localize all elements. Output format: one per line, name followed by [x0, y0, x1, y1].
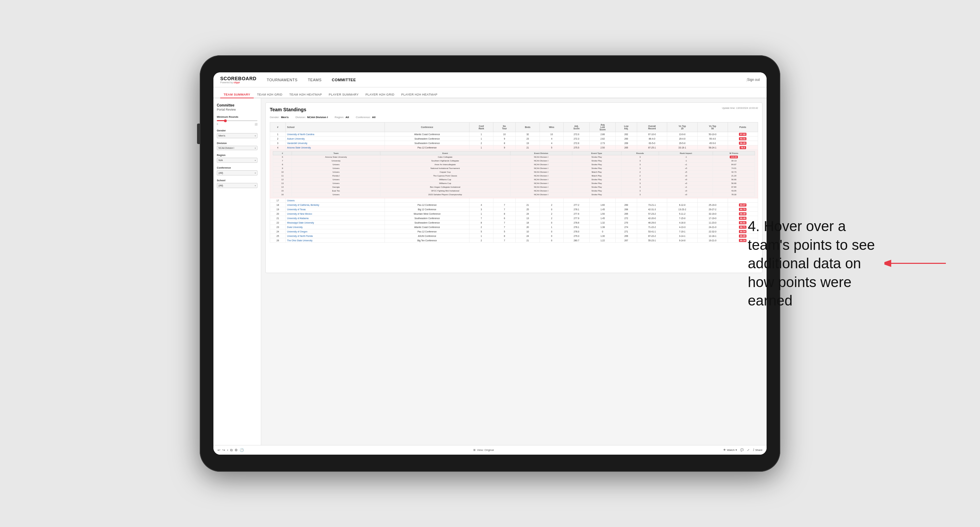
cell-conference: Southeastern Conference — [385, 137, 469, 141]
filter-region[interactable]: N/A — [217, 158, 258, 163]
cell-points[interactable]: 90.20 — [728, 141, 758, 145]
cell-low-adj — [616, 198, 637, 203]
cell-vs50: 45-5-0 — [697, 141, 728, 145]
redo-icon[interactable]: ↪ — [222, 448, 225, 452]
cell-tours: 9 — [493, 137, 515, 141]
settings-icon[interactable]: ⚙ — [235, 448, 238, 452]
cell-rank: 4 — [270, 145, 286, 150]
tab-team-h2h-heatmap[interactable]: TEAM H2H HEATMAP — [286, 92, 325, 98]
watch-label[interactable]: Watch ▾ — [727, 449, 737, 452]
filter-school[interactable]: (All) — [217, 183, 258, 188]
cell-conference — [385, 198, 469, 203]
filter-chip-division: Division: NCAA Division I — [295, 116, 328, 119]
cell-bnds: 21 — [515, 145, 540, 150]
table-row: 2 Auburn University Southeastern Confere… — [270, 137, 758, 141]
report-title: Team Standings — [270, 107, 306, 112]
cell-conference: Southeastern Conference — [385, 141, 469, 145]
nav-tournaments[interactable]: TOURNAMENTS — [267, 76, 298, 83]
share-icon: ⤴ — [753, 449, 754, 452]
watch-button[interactable]: 👁 Watch ▾ — [723, 449, 737, 452]
cell-low-adj: 262 — [616, 132, 637, 137]
back-icon[interactable]: ‹ — [227, 448, 228, 452]
cell-vs50: 55-4-0 — [697, 137, 728, 141]
share-button[interactable]: ⤴ Share — [753, 449, 762, 452]
col-conference: Conference — [385, 122, 469, 132]
undo-icon[interactable]: ↩ — [218, 448, 220, 452]
cell-vs50 — [697, 198, 728, 203]
cell-adj-score: 275.5 — [563, 145, 589, 150]
nav-items: TOURNAMENTS TEAMS COMMITTEE — [267, 76, 746, 83]
filter-label-min-rounds: Minimum Rounds — [217, 115, 258, 118]
expanded-table-row: 7 University Southern Highlands Collegia… — [273, 159, 755, 163]
table-row: 21 University of Alabama Southeastern Co… — [270, 216, 758, 221]
cell-points[interactable] — [728, 198, 758, 203]
cell-points[interactable]: 97.02 — [728, 132, 758, 137]
sign-out-button[interactable]: Sign out — [747, 78, 760, 82]
exp-col-num: # — [273, 152, 292, 155]
expanded-detail-row: # Team Event Event Division Event Type R… — [270, 150, 758, 198]
min-rounds-slider[interactable] — [217, 120, 258, 121]
cell-adj-score: 272.3 — [563, 137, 589, 141]
cell-overall: 87-25-1 — [637, 145, 667, 150]
cell-overall: 63-5-0 — [637, 141, 667, 145]
tablet-frame: SCOREBOARD Powered by clippi TOURNAMENTS… — [200, 55, 780, 472]
expanded-table-row: 11 Florida I The Cypress Point Classic N… — [273, 174, 755, 178]
cell-school: Vanderbilt University — [285, 141, 385, 145]
nav-teams[interactable]: TEAMS — [308, 76, 321, 83]
col-adj-score: Adj.Score — [563, 122, 589, 132]
expand-button[interactable]: ⤢ — [747, 449, 749, 452]
cell-adj-score: 272.0 — [563, 132, 589, 137]
tab-player-summary[interactable]: PLAYER SUMMARY — [325, 92, 362, 98]
exp-col-team: Team — [292, 152, 380, 155]
main-content: Committee Portal Review Minimum Rounds 0… — [213, 98, 767, 445]
update-time: Update time: 13/03/2024 10:03:42 — [722, 107, 758, 109]
filter-chip-conference: Conference: All — [356, 116, 375, 119]
clock-icon[interactable]: 🕐 — [240, 448, 244, 452]
tab-player-h2h-grid[interactable]: PLAYER H2H GRID — [362, 92, 398, 98]
cell-conf-rank: 1 — [469, 132, 493, 137]
view-label[interactable]: View: Original — [477, 449, 494, 452]
col-bnds: Bnds — [515, 122, 540, 132]
filter-gender[interactable]: Men's — [217, 133, 258, 138]
cell-school: Univers — [285, 198, 385, 203]
cell-vs25: 29-5-0 — [667, 141, 698, 145]
tab-player-h2h-heatmap[interactable]: PLAYER H2H HEATMAP — [398, 92, 441, 98]
cell-school: University of North Carolina — [285, 132, 385, 137]
cell-low-adj: 269 — [616, 141, 637, 145]
cell-rank: 2 — [270, 137, 286, 141]
tab-team-summary[interactable]: TEAM SUMMARY — [220, 92, 254, 98]
cell-points[interactable]: 78.5 — [728, 145, 758, 150]
cell-vs25 — [667, 198, 698, 203]
filter-conference[interactable]: (All) — [217, 170, 258, 175]
division-label: Division: — [295, 116, 305, 119]
cell-conf-rank — [469, 198, 493, 203]
gender-label: Gender: — [270, 116, 280, 119]
col-wins: Wins — [540, 122, 563, 132]
copy-icon[interactable]: ⧉ — [230, 448, 232, 452]
sidebar: Committee Portal Review Minimum Rounds 0… — [213, 98, 261, 445]
cell-vs50: 50-10-0 — [697, 132, 728, 137]
nav-committee[interactable]: COMMITTEE — [332, 76, 356, 83]
cell-avg-low: 2.50 — [589, 145, 615, 150]
table-row: 26 The Ohio State University Big Ten Con… — [270, 238, 758, 243]
table-row: 17 Univers — [270, 198, 758, 203]
filter-row: Gender: Men's Division: NCAA Division I … — [270, 116, 758, 119]
cell-low-adj: 260 — [616, 137, 637, 141]
cell-wins: 5 — [540, 145, 563, 150]
gender-value: Men's — [281, 116, 288, 119]
comment-button[interactable]: 💬 — [740, 449, 744, 452]
filter-chip-gender: Gender: Men's — [270, 116, 288, 119]
sub-nav: TEAM SUMMARY TEAM H2H GRID TEAM H2H HEAT… — [213, 87, 767, 98]
col-vs50: Vs Top50 — [697, 122, 728, 132]
expanded-table-row: 16 Univers 2023 Sahalee Players Champion… — [273, 193, 755, 197]
region-label: Region: — [335, 116, 344, 119]
filter-division[interactable]: NCAA Division I — [217, 146, 258, 150]
exp-col-event: Event — [380, 152, 510, 155]
cell-points[interactable]: 93.31 — [728, 137, 758, 141]
tab-team-h2h-grid[interactable]: TEAM H2H GRID — [254, 92, 286, 98]
share-label[interactable]: Share — [755, 449, 762, 452]
report-header: Team Standings Update time: 13/03/2024 1… — [270, 107, 758, 112]
cell-tours — [493, 198, 515, 203]
expanded-table-row: 14 Georgia Ben Hogan Collegiate Invitati… — [273, 185, 755, 189]
slider-thumb[interactable] — [224, 119, 227, 122]
